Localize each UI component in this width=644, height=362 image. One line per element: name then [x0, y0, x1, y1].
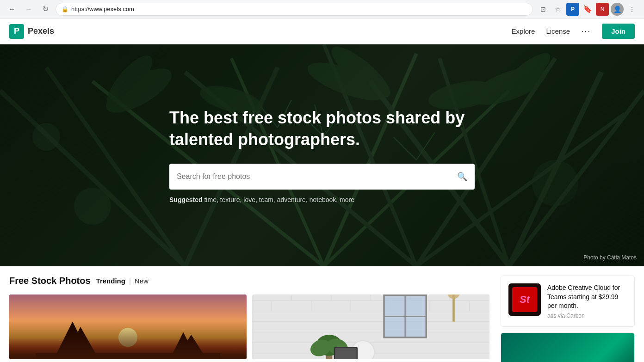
section-header: Free Stock Photos Trending | New: [9, 276, 489, 286]
hero-photo-credit: Photo by Cátia Matos: [583, 254, 637, 261]
filter-tabs: Trending | New: [96, 277, 149, 285]
svg-marker-40: [173, 335, 210, 359]
ext-bookmark-button[interactable]: 🔖: [581, 3, 594, 16]
photo-card-desert[interactable]: [9, 295, 247, 359]
adobe-stock-logo-text: St: [520, 294, 530, 306]
ad-meta: ads via Carbon: [547, 313, 627, 319]
suggested-links[interactable]: time, texture, love, team, adventure, no…: [204, 196, 354, 203]
logo-link[interactable]: P Pexels: [9, 24, 54, 39]
pexels-site: P Pexels Explore License ··· Join: [0, 18, 644, 362]
svg-marker-36: [51, 322, 93, 359]
suggested-label: Suggested: [169, 196, 203, 203]
new-tab[interactable]: New: [135, 277, 149, 285]
photo-card-room[interactable]: [252, 295, 489, 359]
hero-search-bar: 🔍: [169, 164, 475, 190]
join-button[interactable]: Join: [602, 24, 635, 39]
reload-button[interactable]: ↻: [39, 3, 52, 16]
browser-actions: ⊡ ☆ P 🔖 N 👤 ⋮: [537, 3, 638, 16]
ad-card-adobe[interactable]: St Adobe Creative Cloud for Teams starti…: [501, 276, 635, 327]
ext-p-button[interactable]: P: [566, 3, 579, 16]
url-input[interactable]: [71, 6, 527, 12]
forward-button[interactable]: →: [22, 3, 35, 16]
desert-photo: [9, 295, 247, 359]
header-nav: Explore License ··· Join: [512, 24, 635, 39]
trending-tab[interactable]: Trending: [96, 277, 125, 285]
ad-card-2[interactable]: [501, 332, 635, 362]
lock-icon: 🔒: [62, 6, 68, 12]
svg-marker-39: [167, 332, 199, 359]
ad-title-text: Adobe Creative Cloud for Teams starting …: [547, 284, 620, 309]
photos-section: Free Stock Photos Trending | New: [9, 276, 489, 362]
svg-rect-34: [9, 295, 247, 359]
search-icon: 🔍: [457, 172, 467, 182]
filter-divider: |: [129, 277, 131, 285]
site-header: P Pexels Explore License ··· Join: [0, 18, 644, 44]
menu-button[interactable]: ⋮: [625, 3, 638, 16]
logo-text: Pexels: [28, 26, 54, 36]
hero-content: The best free stock photos shared by tal…: [160, 107, 484, 203]
license-link[interactable]: License: [546, 27, 570, 35]
search-input[interactable]: [177, 172, 452, 181]
profile-button[interactable]: 👤: [611, 3, 624, 16]
explore-link[interactable]: Explore: [512, 27, 535, 35]
section-title: Free Stock Photos: [9, 276, 91, 286]
room-photo: [252, 295, 489, 359]
hero-title: The best free stock photos shared by tal…: [169, 107, 475, 151]
ad-logo-inner: St: [512, 287, 537, 312]
ad-logo: St: [508, 283, 541, 316]
main-content: Free Stock Photos Trending | New: [0, 266, 644, 362]
logo-box: P: [9, 24, 24, 39]
svg-point-35: [118, 328, 137, 347]
svg-marker-37: [62, 327, 102, 359]
svg-rect-72: [335, 348, 357, 359]
more-menu[interactable]: ···: [581, 26, 591, 36]
photo-grid: [9, 295, 489, 359]
photo-col-1: [9, 295, 247, 359]
ad-card-2-bg: [501, 333, 634, 362]
hero-suggestions: Suggested time, texture, love, team, adv…: [169, 196, 475, 203]
browser-chrome: ← → ↻ 🔒 ⊡ ☆ P 🔖 N 👤 ⋮: [0, 0, 644, 18]
ext-red-button[interactable]: N: [596, 3, 609, 16]
sidebar: St Adobe Creative Cloud for Teams starti…: [501, 276, 635, 362]
address-bar: 🔒: [56, 3, 533, 16]
back-button[interactable]: ←: [6, 3, 19, 16]
star-icon[interactable]: ☆: [551, 3, 564, 16]
ad-content: Adobe Creative Cloud for Teams starting …: [547, 283, 627, 319]
logo-letter: P: [14, 26, 19, 36]
ad-title: Adobe Creative Cloud for Teams starting …: [547, 283, 627, 311]
svg-rect-38: [36, 353, 220, 359]
photo-col-2: [252, 295, 489, 359]
screenshot-icon[interactable]: ⊡: [537, 3, 550, 16]
hero-section: The best free stock photos shared by tal…: [0, 44, 644, 266]
